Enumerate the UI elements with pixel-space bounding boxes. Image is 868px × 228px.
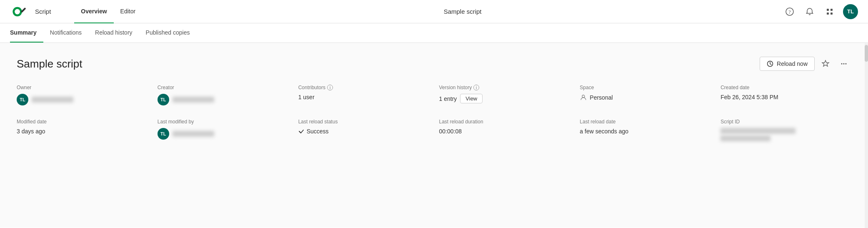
owner-avatar: TL xyxy=(17,94,28,105)
creator-row: TL xyxy=(158,94,288,105)
contributors-info-icon[interactable]: i xyxy=(327,85,333,90)
meta-last-reload-date: Last reload date a few seconds ago xyxy=(580,119,710,141)
modified-date-label: Modified date xyxy=(17,119,148,125)
meta-script-id: Script ID xyxy=(720,119,851,141)
last-reload-duration-label: Last reload duration xyxy=(439,119,570,125)
check-icon xyxy=(298,128,304,134)
svg-point-12 xyxy=(845,63,847,65)
last-modified-by-name xyxy=(173,131,214,137)
last-reload-date-value: a few seconds ago xyxy=(580,128,710,135)
nav-script-label: Script xyxy=(35,8,51,15)
version-history-info-icon[interactable]: i xyxy=(473,85,479,90)
svg-rect-7 xyxy=(827,13,829,15)
nav-actions: ? TL xyxy=(783,4,858,19)
modified-date-value: 3 days ago xyxy=(17,128,148,135)
help-button[interactable]: ? xyxy=(783,5,796,18)
nav-link-editor[interactable]: Editor xyxy=(114,0,143,23)
meta-creator: Creator TL xyxy=(158,85,288,105)
svg-rect-8 xyxy=(830,13,833,15)
meta-last-reload-duration: Last reload duration 00:00:08 xyxy=(439,119,570,141)
script-id-line1 xyxy=(720,128,795,134)
person-icon xyxy=(580,94,587,101)
space-value-row: Personal xyxy=(580,94,710,101)
favorite-button[interactable] xyxy=(818,56,833,71)
owner-name xyxy=(32,97,73,103)
reload-now-button[interactable]: Reload now xyxy=(760,57,815,71)
apps-button[interactable] xyxy=(823,5,836,18)
last-reload-status-value: Success xyxy=(307,128,329,135)
meta-version-history: Version history i 1 entry View xyxy=(439,85,570,105)
svg-point-10 xyxy=(841,63,843,65)
nav-links: Overview Editor xyxy=(74,0,142,23)
version-history-label: Version history xyxy=(439,85,472,90)
qlik-logo xyxy=(10,5,30,18)
svg-rect-6 xyxy=(830,9,833,11)
last-reload-duration-value: 00:00:08 xyxy=(439,128,570,135)
last-reload-status-label: Last reload status xyxy=(298,119,429,125)
space-label: Space xyxy=(580,85,710,90)
content-header: Sample script Reload now xyxy=(17,56,851,71)
creator-avatar: TL xyxy=(158,94,169,105)
sub-tabs: Summary Notifications Reload history Pub… xyxy=(0,23,868,43)
nav-link-overview[interactable]: Overview xyxy=(74,0,113,23)
last-modified-by-row: TL xyxy=(158,128,288,140)
owner-label: Owner xyxy=(17,85,148,90)
more-icon xyxy=(840,60,848,68)
svg-point-1 xyxy=(15,9,20,14)
created-date-label: Created date xyxy=(720,85,851,90)
user-avatar[interactable]: TL xyxy=(843,4,858,19)
version-history-value: 1 entry xyxy=(439,95,457,102)
svg-point-13 xyxy=(582,95,585,98)
star-icon xyxy=(821,60,830,68)
tab-notifications[interactable]: Notifications xyxy=(43,23,88,43)
scrollbar-thumb[interactable] xyxy=(865,45,868,62)
script-id-value xyxy=(720,128,851,141)
nav-center-title: Sample script xyxy=(142,8,783,15)
meta-owner: Owner TL xyxy=(17,85,148,105)
meta-created-date: Created date Feb 26, 2024 5:38 PM xyxy=(720,85,851,105)
reload-status-row: Success xyxy=(298,128,429,135)
notifications-button[interactable] xyxy=(803,5,816,18)
meta-space: Space Personal xyxy=(580,85,710,105)
owner-row: TL xyxy=(17,94,148,105)
version-history-row: 1 entry View xyxy=(439,94,570,103)
space-value: Personal xyxy=(590,94,613,101)
more-options-button[interactable] xyxy=(836,56,851,71)
main-content: Sample script Reload now xyxy=(0,43,868,228)
reload-icon xyxy=(767,60,773,67)
tab-summary[interactable]: Summary xyxy=(10,23,43,43)
top-nav: Script Overview Editor Sample script ? xyxy=(0,0,868,23)
contributors-label-row: Contributors i xyxy=(298,85,429,90)
script-id-line2 xyxy=(720,135,770,141)
metadata-grid: Owner TL Creator TL Contributors i 1 use… xyxy=(17,85,851,141)
version-view-button[interactable]: View xyxy=(460,94,483,103)
tab-reload-history[interactable]: Reload history xyxy=(88,23,139,43)
last-reload-date-label: Last reload date xyxy=(580,119,710,125)
page-title: Sample script xyxy=(17,58,83,70)
creator-name xyxy=(173,97,214,103)
meta-contributors: Contributors i 1 user xyxy=(298,85,429,105)
script-id-label: Script ID xyxy=(720,119,851,125)
svg-text:?: ? xyxy=(788,9,790,15)
grid-icon xyxy=(825,8,834,16)
bell-icon xyxy=(805,8,814,16)
creator-label: Creator xyxy=(158,85,288,90)
meta-last-reload-status: Last reload status Success xyxy=(298,119,429,141)
help-icon: ? xyxy=(785,8,794,16)
meta-last-modified-by: Last modified by TL xyxy=(158,119,288,141)
version-history-label-row: Version history i xyxy=(439,85,570,90)
scrollbar[interactable] xyxy=(865,43,868,228)
last-modified-by-avatar: TL xyxy=(158,128,169,140)
created-date-value: Feb 26, 2024 5:38 PM xyxy=(720,94,851,100)
logo-area: Script xyxy=(10,5,61,18)
header-actions: Reload now xyxy=(760,56,851,71)
meta-modified-date: Modified date 3 days ago xyxy=(17,119,148,141)
contributors-value: 1 user xyxy=(298,94,429,100)
tab-published-copies[interactable]: Published copies xyxy=(139,23,197,43)
contributors-label: Contributors xyxy=(298,85,325,90)
last-modified-by-label: Last modified by xyxy=(158,119,288,125)
svg-point-11 xyxy=(843,63,845,65)
svg-rect-5 xyxy=(827,9,829,11)
